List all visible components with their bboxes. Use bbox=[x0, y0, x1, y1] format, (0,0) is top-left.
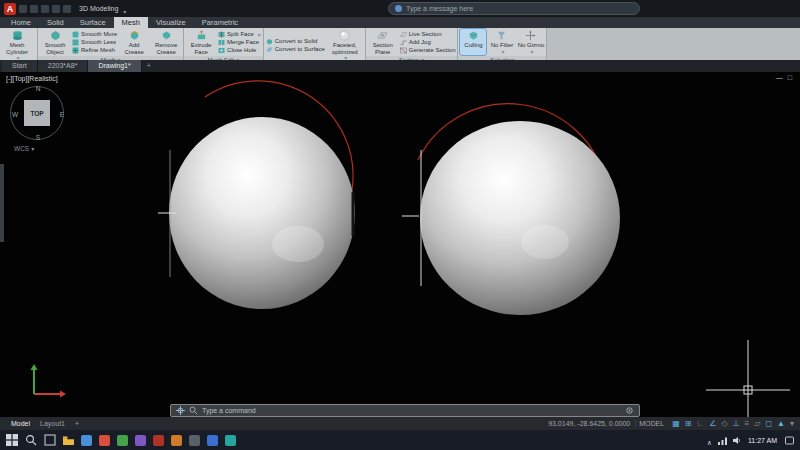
new-layout-button[interactable]: + bbox=[70, 420, 84, 427]
polar-icon[interactable]: ∠ bbox=[709, 417, 716, 430]
section-plane-button[interactable]: Section Plane bbox=[368, 29, 398, 55]
chevron-down-icon bbox=[121, 0, 126, 18]
annotation-icon[interactable]: ▲ bbox=[777, 417, 785, 430]
layout1-tab[interactable]: Layout1 bbox=[35, 420, 70, 427]
ribbon-panel-convert-mesh: Convert to Solid Convert to Surface Face… bbox=[264, 28, 366, 60]
undo-icon[interactable] bbox=[52, 5, 60, 13]
file-tab-drawing-2203[interactable]: 2203*A8* bbox=[38, 60, 89, 72]
merge-face-button[interactable]: Merge Face bbox=[218, 39, 261, 46]
command-customize-icon[interactable] bbox=[625, 406, 634, 415]
command-line[interactable]: Type a command bbox=[170, 404, 640, 417]
viewcube-east[interactable]: E bbox=[60, 111, 64, 118]
file-tab-start[interactable]: Start bbox=[2, 60, 38, 72]
viewport-controls-label[interactable]: [-][Top][Realistic] bbox=[6, 75, 58, 82]
viewcube-north[interactable]: N bbox=[36, 85, 41, 92]
open-file-icon[interactable] bbox=[30, 5, 38, 13]
viewcube-top-face[interactable]: TOP bbox=[24, 100, 50, 126]
tab-visualize[interactable]: Visualize bbox=[148, 17, 194, 28]
mesh-sphere-right[interactable] bbox=[420, 121, 620, 315]
convert-to-solid-button[interactable]: Convert to Solid bbox=[266, 38, 325, 45]
smooth-object-button[interactable]: Smooth Object bbox=[40, 29, 70, 55]
workspace-switcher[interactable]: 3D Modeling bbox=[79, 5, 118, 12]
sphere-left-highlight bbox=[272, 226, 324, 262]
viewport-minimize-icon[interactable] bbox=[776, 74, 783, 81]
culling-button[interactable]: Culling bbox=[460, 29, 486, 55]
grid-icon[interactable]: ▦ bbox=[672, 417, 680, 430]
live-section-button[interactable]: Live Section bbox=[400, 31, 456, 38]
tab-mesh[interactable]: Mesh bbox=[114, 17, 148, 28]
osnap-icon[interactable]: ⊥ bbox=[733, 417, 740, 430]
chevron-down-icon bbox=[528, 49, 533, 56]
start-button[interactable] bbox=[6, 434, 18, 446]
no-filter-dropdown[interactable]: No Filter bbox=[488, 29, 515, 55]
split-face-button[interactable]: Split Face bbox=[218, 31, 261, 38]
extrude-face-button[interactable]: Extrude Face bbox=[186, 29, 216, 55]
tab-home[interactable]: Home bbox=[3, 17, 39, 28]
new-drawing-button[interactable]: + bbox=[142, 60, 156, 72]
message-input[interactable]: Type a message here bbox=[388, 2, 640, 15]
autocad-taskbar-icon[interactable] bbox=[153, 435, 164, 446]
settings-app-icon[interactable] bbox=[189, 435, 200, 446]
remove-crease-button[interactable]: Remove Crease bbox=[151, 29, 181, 55]
store-app-icon[interactable] bbox=[117, 435, 128, 446]
mail-app-icon[interactable] bbox=[99, 435, 110, 446]
customize-icon[interactable]: ▾ bbox=[790, 417, 794, 430]
volume-icon[interactable] bbox=[733, 436, 742, 445]
nav-bar-strip[interactable] bbox=[0, 164, 4, 242]
taskbar-clock[interactable]: 11:27 AM bbox=[748, 437, 779, 444]
tab-parametric[interactable]: Parametric bbox=[194, 17, 246, 28]
command-input[interactable]: Type a command bbox=[202, 407, 256, 414]
action-center-icon[interactable] bbox=[785, 436, 794, 445]
lineweight-icon[interactable]: ≡ bbox=[745, 417, 750, 430]
add-jog-icon bbox=[400, 39, 407, 46]
tab-solid[interactable]: Solid bbox=[39, 17, 72, 28]
selection-cycling-icon[interactable]: ◻ bbox=[765, 417, 772, 430]
file-explorer-icon[interactable] bbox=[63, 435, 74, 446]
command-search-icon[interactable] bbox=[189, 406, 198, 415]
extrude-face-label: Extrude Face bbox=[186, 42, 216, 55]
media-app-icon[interactable] bbox=[135, 435, 146, 446]
tray-expand-icon[interactable] bbox=[707, 431, 712, 449]
file-tab-drawing1[interactable]: Drawing1* bbox=[88, 60, 141, 72]
add-crease-button[interactable]: Add Crease bbox=[119, 29, 149, 55]
mesh-sphere-left[interactable] bbox=[169, 117, 355, 309]
search-icon[interactable] bbox=[25, 434, 37, 446]
faceted-optimized-gallery[interactable]: Faceted, optimized bbox=[327, 29, 363, 62]
ucs-dropdown[interactable]: WCS bbox=[14, 145, 34, 152]
add-jog-button[interactable]: Add Jog bbox=[400, 39, 456, 46]
model-space-badge[interactable]: MODEL bbox=[635, 420, 667, 427]
convert-to-surface-button[interactable]: Convert to Surface bbox=[266, 46, 325, 53]
snap-icon[interactable]: ⊞ bbox=[685, 417, 692, 430]
isodraft-icon[interactable]: ◇ bbox=[721, 417, 727, 430]
tab-surface[interactable]: Surface bbox=[72, 17, 114, 28]
photos-app-icon[interactable] bbox=[225, 435, 236, 446]
network-icon[interactable] bbox=[718, 436, 727, 445]
model-viewport[interactable]: [-][Top][Realistic] N S W E TOP WCS Type… bbox=[0, 72, 800, 417]
viewport-maximize-icon[interactable] bbox=[788, 74, 792, 81]
smooth-less-button[interactable]: Smooth Less bbox=[72, 39, 117, 46]
generate-section-icon bbox=[400, 47, 407, 54]
close-hole-button[interactable]: Close Hole bbox=[218, 47, 261, 54]
task-view-icon[interactable] bbox=[44, 434, 56, 446]
ortho-icon[interactable]: ∟ bbox=[696, 417, 704, 430]
model-tab[interactable]: Model bbox=[6, 420, 35, 427]
merge-face-icon bbox=[218, 39, 225, 46]
viewcube[interactable]: N S W E TOP bbox=[10, 86, 66, 142]
generate-section-button[interactable]: Generate Section bbox=[400, 47, 456, 54]
smooth-more-button[interactable]: Smooth More bbox=[72, 31, 117, 38]
office-app-icon[interactable] bbox=[171, 435, 182, 446]
no-gizmo-dropdown[interactable]: No Gizmo bbox=[517, 29, 544, 55]
browser-app-icon[interactable] bbox=[81, 435, 92, 446]
mesh-cylinder-button[interactable]: Mesh Cylinder bbox=[2, 29, 32, 62]
add-crease-icon bbox=[128, 30, 141, 41]
redo-icon[interactable] bbox=[63, 5, 71, 13]
teams-app-icon[interactable] bbox=[207, 435, 218, 446]
refine-mesh-button[interactable]: Refine Mesh bbox=[72, 47, 117, 54]
new-file-icon[interactable] bbox=[19, 5, 27, 13]
viewcube-west[interactable]: W bbox=[12, 111, 18, 118]
command-crosshair-icon[interactable] bbox=[176, 406, 185, 415]
autocad-logo-icon[interactable]: A bbox=[4, 3, 16, 15]
transparency-icon[interactable]: ▱ bbox=[754, 417, 760, 430]
viewcube-south[interactable]: S bbox=[36, 134, 40, 141]
save-icon[interactable] bbox=[41, 5, 49, 13]
